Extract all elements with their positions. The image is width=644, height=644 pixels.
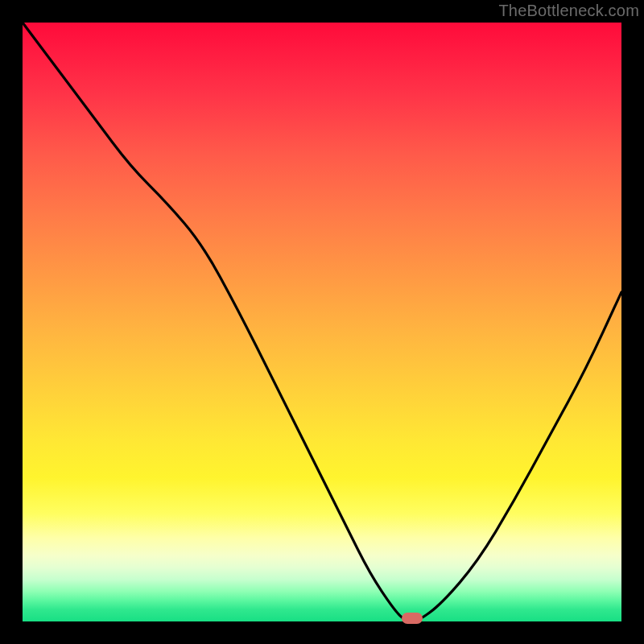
watermark-text: TheBottleneck.com [498, 2, 639, 20]
chart-frame: TheBottleneck.com [0, 0, 644, 644]
curve-path [23, 23, 621, 621]
optimal-marker [402, 613, 423, 624]
bottleneck-curve [23, 23, 621, 621]
plot-area [23, 23, 621, 621]
